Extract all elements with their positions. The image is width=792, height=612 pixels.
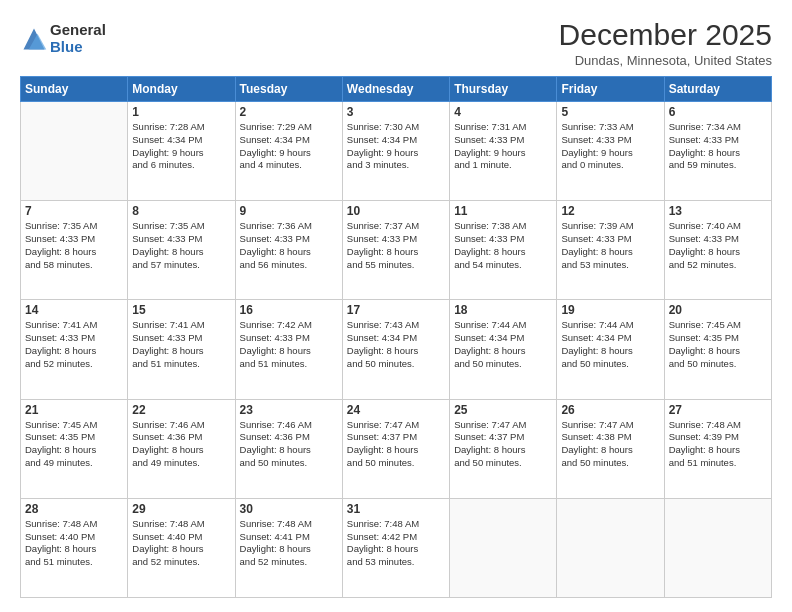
calendar-cell: 8Sunrise: 7:35 AM Sunset: 4:33 PM Daylig…: [128, 201, 235, 300]
col-header-friday: Friday: [557, 77, 664, 102]
calendar-cell: 26Sunrise: 7:47 AM Sunset: 4:38 PM Dayli…: [557, 399, 664, 498]
cell-info: Sunrise: 7:48 AM Sunset: 4:41 PM Dayligh…: [240, 518, 338, 569]
cell-info: Sunrise: 7:45 AM Sunset: 4:35 PM Dayligh…: [669, 319, 767, 370]
day-number: 9: [240, 204, 338, 218]
cell-info: Sunrise: 7:47 AM Sunset: 4:37 PM Dayligh…: [347, 419, 445, 470]
day-number: 24: [347, 403, 445, 417]
logo-blue: Blue: [50, 39, 106, 56]
day-number: 18: [454, 303, 552, 317]
day-number: 6: [669, 105, 767, 119]
cell-info: Sunrise: 7:28 AM Sunset: 4:34 PM Dayligh…: [132, 121, 230, 172]
calendar-cell: [557, 498, 664, 597]
calendar-cell: 13Sunrise: 7:40 AM Sunset: 4:33 PM Dayli…: [664, 201, 771, 300]
day-number: 21: [25, 403, 123, 417]
col-header-thursday: Thursday: [450, 77, 557, 102]
calendar-cell: 7Sunrise: 7:35 AM Sunset: 4:33 PM Daylig…: [21, 201, 128, 300]
cell-info: Sunrise: 7:41 AM Sunset: 4:33 PM Dayligh…: [25, 319, 123, 370]
calendar-cell: 14Sunrise: 7:41 AM Sunset: 4:33 PM Dayli…: [21, 300, 128, 399]
calendar-cell: 1Sunrise: 7:28 AM Sunset: 4:34 PM Daylig…: [128, 102, 235, 201]
logo: General Blue: [20, 22, 106, 55]
calendar-cell: 21Sunrise: 7:45 AM Sunset: 4:35 PM Dayli…: [21, 399, 128, 498]
calendar-cell: 10Sunrise: 7:37 AM Sunset: 4:33 PM Dayli…: [342, 201, 449, 300]
calendar-cell: 18Sunrise: 7:44 AM Sunset: 4:34 PM Dayli…: [450, 300, 557, 399]
cell-info: Sunrise: 7:39 AM Sunset: 4:33 PM Dayligh…: [561, 220, 659, 271]
col-header-sunday: Sunday: [21, 77, 128, 102]
col-header-wednesday: Wednesday: [342, 77, 449, 102]
calendar-cell: [664, 498, 771, 597]
cell-info: Sunrise: 7:41 AM Sunset: 4:33 PM Dayligh…: [132, 319, 230, 370]
calendar-table: SundayMondayTuesdayWednesdayThursdayFrid…: [20, 76, 772, 598]
cell-info: Sunrise: 7:44 AM Sunset: 4:34 PM Dayligh…: [561, 319, 659, 370]
cell-info: Sunrise: 7:31 AM Sunset: 4:33 PM Dayligh…: [454, 121, 552, 172]
cell-info: Sunrise: 7:47 AM Sunset: 4:38 PM Dayligh…: [561, 419, 659, 470]
cell-info: Sunrise: 7:44 AM Sunset: 4:34 PM Dayligh…: [454, 319, 552, 370]
day-number: 17: [347, 303, 445, 317]
calendar-week-1: 1Sunrise: 7:28 AM Sunset: 4:34 PM Daylig…: [21, 102, 772, 201]
calendar-cell: 20Sunrise: 7:45 AM Sunset: 4:35 PM Dayli…: [664, 300, 771, 399]
day-number: 29: [132, 502, 230, 516]
day-number: 25: [454, 403, 552, 417]
calendar-cell: 17Sunrise: 7:43 AM Sunset: 4:34 PM Dayli…: [342, 300, 449, 399]
calendar-cell: 30Sunrise: 7:48 AM Sunset: 4:41 PM Dayli…: [235, 498, 342, 597]
day-number: 30: [240, 502, 338, 516]
day-number: 10: [347, 204, 445, 218]
day-number: 23: [240, 403, 338, 417]
calendar-cell: [450, 498, 557, 597]
cell-info: Sunrise: 7:48 AM Sunset: 4:39 PM Dayligh…: [669, 419, 767, 470]
day-number: 22: [132, 403, 230, 417]
day-number: 11: [454, 204, 552, 218]
calendar-week-5: 28Sunrise: 7:48 AM Sunset: 4:40 PM Dayli…: [21, 498, 772, 597]
day-number: 8: [132, 204, 230, 218]
cell-info: Sunrise: 7:35 AM Sunset: 4:33 PM Dayligh…: [132, 220, 230, 271]
calendar-cell: 2Sunrise: 7:29 AM Sunset: 4:34 PM Daylig…: [235, 102, 342, 201]
cell-info: Sunrise: 7:40 AM Sunset: 4:33 PM Dayligh…: [669, 220, 767, 271]
calendar-cell: 6Sunrise: 7:34 AM Sunset: 4:33 PM Daylig…: [664, 102, 771, 201]
calendar-cell: 4Sunrise: 7:31 AM Sunset: 4:33 PM Daylig…: [450, 102, 557, 201]
day-number: 27: [669, 403, 767, 417]
month-title: December 2025: [559, 18, 772, 51]
day-number: 14: [25, 303, 123, 317]
cell-info: Sunrise: 7:48 AM Sunset: 4:42 PM Dayligh…: [347, 518, 445, 569]
calendar-cell: 22Sunrise: 7:46 AM Sunset: 4:36 PM Dayli…: [128, 399, 235, 498]
cell-info: Sunrise: 7:46 AM Sunset: 4:36 PM Dayligh…: [240, 419, 338, 470]
cell-info: Sunrise: 7:38 AM Sunset: 4:33 PM Dayligh…: [454, 220, 552, 271]
calendar-cell: 16Sunrise: 7:42 AM Sunset: 4:33 PM Dayli…: [235, 300, 342, 399]
calendar-cell: 15Sunrise: 7:41 AM Sunset: 4:33 PM Dayli…: [128, 300, 235, 399]
calendar-cell: 11Sunrise: 7:38 AM Sunset: 4:33 PM Dayli…: [450, 201, 557, 300]
calendar-week-2: 7Sunrise: 7:35 AM Sunset: 4:33 PM Daylig…: [21, 201, 772, 300]
calendar-cell: 24Sunrise: 7:47 AM Sunset: 4:37 PM Dayli…: [342, 399, 449, 498]
cell-info: Sunrise: 7:43 AM Sunset: 4:34 PM Dayligh…: [347, 319, 445, 370]
cell-info: Sunrise: 7:33 AM Sunset: 4:33 PM Dayligh…: [561, 121, 659, 172]
col-header-monday: Monday: [128, 77, 235, 102]
cell-info: Sunrise: 7:47 AM Sunset: 4:37 PM Dayligh…: [454, 419, 552, 470]
logo-icon: [20, 25, 48, 53]
day-number: 31: [347, 502, 445, 516]
day-number: 1: [132, 105, 230, 119]
day-number: 20: [669, 303, 767, 317]
cell-info: Sunrise: 7:37 AM Sunset: 4:33 PM Dayligh…: [347, 220, 445, 271]
col-header-saturday: Saturday: [664, 77, 771, 102]
cell-info: Sunrise: 7:42 AM Sunset: 4:33 PM Dayligh…: [240, 319, 338, 370]
cell-info: Sunrise: 7:48 AM Sunset: 4:40 PM Dayligh…: [132, 518, 230, 569]
day-number: 2: [240, 105, 338, 119]
cell-info: Sunrise: 7:34 AM Sunset: 4:33 PM Dayligh…: [669, 121, 767, 172]
day-number: 19: [561, 303, 659, 317]
calendar-cell: [21, 102, 128, 201]
day-number: 4: [454, 105, 552, 119]
day-number: 3: [347, 105, 445, 119]
calendar-cell: 31Sunrise: 7:48 AM Sunset: 4:42 PM Dayli…: [342, 498, 449, 597]
calendar-cell: 5Sunrise: 7:33 AM Sunset: 4:33 PM Daylig…: [557, 102, 664, 201]
day-number: 13: [669, 204, 767, 218]
calendar-cell: 19Sunrise: 7:44 AM Sunset: 4:34 PM Dayli…: [557, 300, 664, 399]
calendar-header-row: SundayMondayTuesdayWednesdayThursdayFrid…: [21, 77, 772, 102]
calendar-week-3: 14Sunrise: 7:41 AM Sunset: 4:33 PM Dayli…: [21, 300, 772, 399]
calendar-cell: 23Sunrise: 7:46 AM Sunset: 4:36 PM Dayli…: [235, 399, 342, 498]
day-number: 16: [240, 303, 338, 317]
calendar-cell: 3Sunrise: 7:30 AM Sunset: 4:34 PM Daylig…: [342, 102, 449, 201]
calendar-cell: 27Sunrise: 7:48 AM Sunset: 4:39 PM Dayli…: [664, 399, 771, 498]
cell-info: Sunrise: 7:29 AM Sunset: 4:34 PM Dayligh…: [240, 121, 338, 172]
day-number: 15: [132, 303, 230, 317]
calendar-week-4: 21Sunrise: 7:45 AM Sunset: 4:35 PM Dayli…: [21, 399, 772, 498]
logo-general: General: [50, 22, 106, 39]
cell-info: Sunrise: 7:35 AM Sunset: 4:33 PM Dayligh…: [25, 220, 123, 271]
